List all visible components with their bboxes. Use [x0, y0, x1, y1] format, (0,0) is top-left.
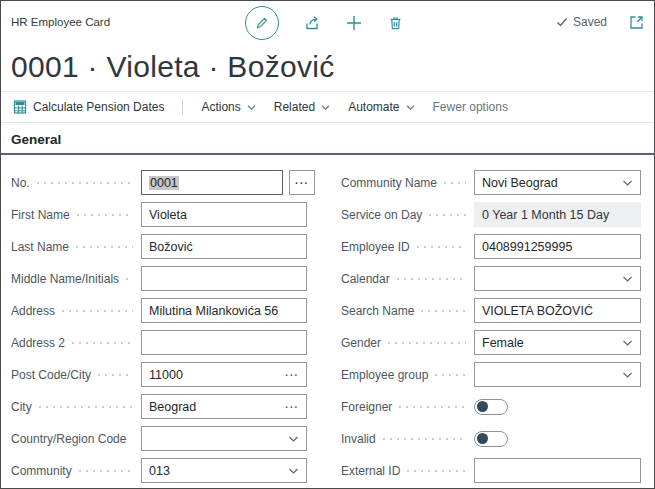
dotted-leader	[421, 310, 466, 312]
field-row-employee-group: Employee group	[341, 362, 641, 387]
dotted-leader	[126, 278, 133, 280]
general-form: No. 0001 ··· First Name Last Name	[1, 155, 654, 489]
no-field-value: 0001	[149, 176, 179, 190]
chevron-down-icon[interactable]	[288, 467, 299, 475]
field-label: Middle Name/Initials	[11, 272, 119, 286]
header-status: Saved	[556, 15, 644, 30]
field-label: Community	[11, 464, 72, 478]
dotted-leader	[388, 342, 466, 344]
dotted-leader	[79, 470, 133, 472]
country-code-input[interactable]	[149, 432, 288, 446]
external-id-input[interactable]	[482, 464, 633, 478]
chevron-down-icon[interactable]	[288, 435, 299, 443]
field-row-first-name: First Name	[11, 202, 307, 227]
field-row-employee-id: Employee ID	[341, 234, 641, 259]
field-label: First Name	[11, 208, 70, 222]
dotted-leader	[76, 246, 133, 248]
fewer-options-button[interactable]: Fewer options	[433, 100, 508, 114]
edit-button[interactable]	[245, 6, 279, 40]
field-row-post-code: Post Code/City ···	[11, 362, 307, 387]
new-button[interactable]	[345, 14, 363, 32]
post-code-lookup-button[interactable]: ···	[285, 369, 299, 381]
field-row-middle-name: Middle Name/Initials	[11, 266, 307, 291]
address2-input[interactable]	[149, 336, 299, 350]
hr-employee-card-window: HR Employee Card	[0, 0, 655, 489]
city-input[interactable]	[149, 400, 285, 414]
field-row-last-name: Last Name	[11, 234, 307, 259]
dotted-leader	[72, 342, 133, 344]
field-label: Post Code/City	[11, 368, 91, 382]
field-label: Address 2	[11, 336, 65, 350]
field-label: Last Name	[11, 240, 69, 254]
dotted-leader	[399, 406, 466, 408]
field-row-invalid: Invalid	[341, 426, 641, 451]
chevron-down-icon	[247, 104, 256, 111]
menu-automate[interactable]: Automate	[348, 100, 414, 114]
address-input[interactable]	[149, 304, 299, 318]
toggle-knob	[477, 401, 488, 412]
field-row-service-on-day: Service on Day 0 Year 1 Month 15 Day	[341, 202, 641, 227]
dotted-leader	[383, 438, 466, 440]
field-label: Employee group	[341, 368, 428, 382]
service-on-day-value: 0 Year 1 Month 15 Day	[474, 202, 641, 227]
section-general-header[interactable]: General	[1, 123, 654, 153]
search-name-input[interactable]	[482, 304, 633, 318]
community-input[interactable]	[149, 464, 288, 478]
chevron-down-icon[interactable]	[622, 275, 633, 283]
employee-group-input[interactable]	[482, 368, 622, 382]
no-assist-button[interactable]: ···	[289, 170, 315, 195]
chevron-down-icon	[406, 104, 415, 111]
chevron-down-icon[interactable]	[622, 339, 633, 347]
plus-icon	[345, 14, 363, 32]
chevron-down-icon	[321, 104, 330, 111]
field-row-city: City ···	[11, 394, 307, 419]
field-label: Calendar	[341, 272, 390, 286]
invalid-toggle[interactable]	[474, 431, 508, 447]
field-row-search-name: Search Name	[341, 298, 641, 323]
trash-icon	[387, 15, 404, 32]
popout-button[interactable]	[629, 15, 644, 30]
field-row-foreigner: Foreigner	[341, 394, 641, 419]
calculate-pension-dates-button[interactable]: Calculate Pension Dates	[13, 100, 164, 114]
field-label: Service on Day	[341, 208, 422, 222]
save-status-label: Saved	[573, 15, 607, 29]
field-row-external-id: External ID	[341, 458, 641, 483]
community-name-input[interactable]	[482, 176, 622, 190]
field-row-community: Community	[11, 458, 307, 483]
foreigner-toggle[interactable]	[474, 399, 508, 415]
field-row-gender: Gender	[341, 330, 641, 355]
action-bar: Calculate Pension Dates Actions Related …	[1, 92, 654, 122]
menu-actions[interactable]: Actions	[201, 100, 255, 114]
dotted-leader	[98, 374, 133, 376]
field-label: No.	[11, 176, 30, 190]
city-lookup-button[interactable]: ···	[285, 401, 299, 413]
field-row-country-code: Country/Region Code	[11, 426, 307, 451]
share-icon	[303, 14, 321, 32]
field-label: Gender	[341, 336, 381, 350]
gender-input[interactable]	[482, 336, 622, 350]
field-row-calendar: Calendar	[341, 266, 641, 291]
field-row-community-name: Community Name	[341, 170, 641, 195]
field-label: Address	[11, 304, 55, 318]
first-name-input[interactable]	[149, 208, 299, 222]
calculator-icon	[13, 100, 27, 114]
pencil-icon	[254, 15, 270, 31]
dotted-leader	[429, 214, 466, 216]
toolbar-divider	[182, 99, 183, 115]
post-code-input[interactable]	[149, 368, 285, 382]
employee-id-input[interactable]	[482, 240, 633, 254]
last-name-input[interactable]	[149, 240, 299, 254]
chevron-down-icon[interactable]	[622, 371, 633, 379]
form-column-left: No. 0001 ··· First Name Last Name	[11, 170, 307, 489]
share-button[interactable]	[303, 14, 321, 32]
menu-related[interactable]: Related	[274, 100, 330, 114]
middle-name-input[interactable]	[149, 272, 299, 286]
form-column-right: Community Name Service on Day 0 Year 1 M…	[341, 170, 641, 489]
menu-automate-label: Automate	[348, 100, 399, 114]
delete-button[interactable]	[387, 15, 404, 32]
chevron-down-icon[interactable]	[622, 179, 633, 187]
no-field[interactable]: 0001	[141, 170, 283, 195]
calendar-input[interactable]	[482, 272, 622, 286]
menu-actions-label: Actions	[201, 100, 240, 114]
field-label: Community Name	[341, 176, 437, 190]
